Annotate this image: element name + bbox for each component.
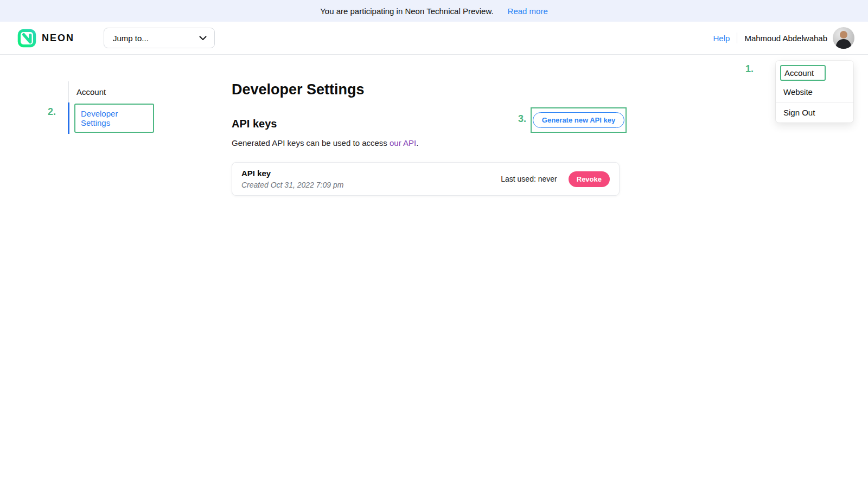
neon-logo[interactable]: NEON [17,29,74,48]
annotation-step-2: 2. [48,106,56,118]
page: You are participating in Neon Technical … [0,0,868,488]
our-api-link[interactable]: our API [390,138,416,147]
sidebar-item-account[interactable]: Account [68,81,187,102]
header-divider [737,33,737,43]
api-key-created: Created Oct 31, 2022 7:09 pm [241,181,343,189]
menu-item-website-label: Website [783,87,813,97]
sidebar-item-developer-settings-label: Developer Settings [81,109,118,127]
api-key-info: API key Created Oct 31, 2022 7:09 pm [241,169,343,189]
technical-preview-banner: You are participating in Neon Technical … [0,0,868,22]
annotation-step-3: 3. [518,113,526,125]
menu-item-account-label: Account [784,68,814,78]
description-text: Generated API keys can be used to access [232,138,390,147]
annotation-box-developer-settings: Developer Settings [74,104,154,133]
logo-wordmark: NEON [42,33,74,44]
main-content: Developer Settings API keys Generated AP… [232,81,620,196]
help-link[interactable]: Help [713,34,730,43]
api-keys-description: Generated API keys can be used to access… [232,138,620,147]
api-key-card: API key Created Oct 31, 2022 7:09 pm Las… [232,162,620,196]
banner-text: You are participating in Neon Technical … [320,7,493,16]
user-dropdown-menu: Account Website Sign Out [776,61,853,123]
revoke-button[interactable]: Revoke [569,171,610,187]
menu-item-sign-out[interactable]: Sign Out [776,104,853,121]
sidebar-item-account-label: Account [76,87,106,97]
annotation-box-account: Account [780,65,826,81]
page-title: Developer Settings [232,81,620,98]
menu-divider [776,102,853,102]
menu-item-sign-out-label: Sign Out [783,108,815,117]
chevron-down-icon [199,36,207,41]
sidebar-item-developer-settings[interactable]: Developer Settings [68,102,187,134]
user-avatar[interactable] [833,27,854,49]
avatar-head [840,31,847,38]
app-header: NEON Jump to... Help Mahmoud Abdelwahab [0,22,868,55]
menu-item-account[interactable]: Account [776,64,853,83]
generate-api-key-button[interactable]: Generate new API key [533,112,624,128]
menu-item-website[interactable]: Website [776,83,853,101]
read-more-link[interactable]: Read more [508,7,548,16]
jump-to-label: Jump to... [113,34,149,43]
user-name: Mahmoud Abdelwahab [744,34,827,43]
description-period: . [416,138,418,147]
annotation-box-generate: Generate new API key [531,107,627,133]
header-right: Help Mahmoud Abdelwahab [713,27,854,49]
api-key-name: API key [241,169,343,178]
api-key-actions: Last used: never Revoke [501,171,610,187]
annotation-step-1: 1. [745,63,754,75]
settings-sidebar: Account Developer Settings [68,81,187,134]
neon-logo-icon [17,29,36,48]
jump-to-select[interactable]: Jump to... [104,28,215,48]
avatar-body [836,39,851,49]
api-key-last-used: Last used: never [501,175,557,183]
